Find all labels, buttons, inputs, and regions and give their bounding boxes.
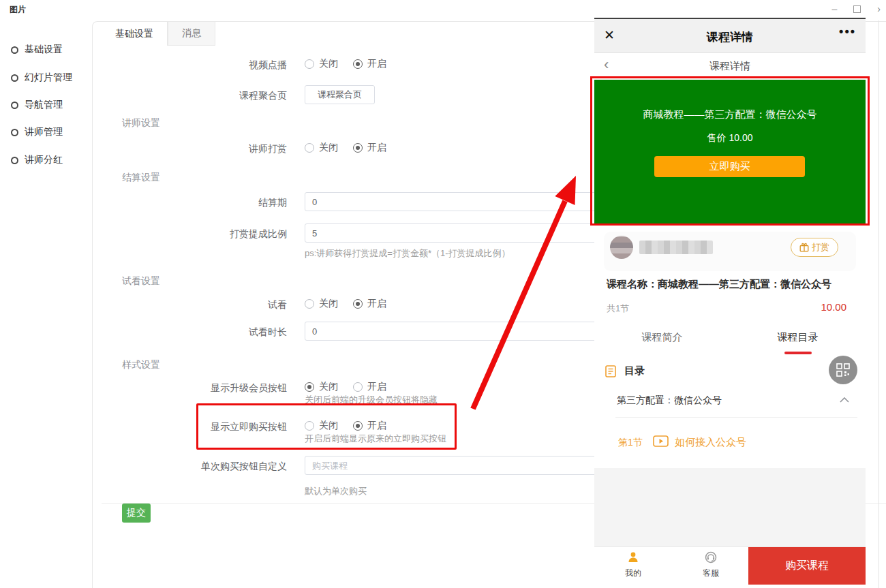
buy-course-button[interactable]: 购买课程 [748,547,866,585]
catalog-header: 目录 [605,365,645,377]
lecturer-section-title: 讲师设置 [122,117,160,129]
phone-navbar: ‹ 课程详情 [594,53,866,78]
document-icon [605,365,616,377]
radio-icon [353,382,363,392]
lesson-row[interactable]: 第1节 如何接入公众号 [594,434,866,453]
tabbar-item-service[interactable]: 客服 [687,551,735,579]
app-window: 图片 – › 基础设置 幻灯片管理 导航管理 讲师管理 讲师分红 [0,0,886,588]
course-detail-tabs: 课程简介 课程目录 [594,326,866,352]
sidebar-item-label: 导航管理 [25,99,63,111]
maximize-icon[interactable] [853,5,861,13]
lecturer-card: 打赏 [604,232,856,271]
reward-ratio-label: 打赏提成比例 [93,228,287,241]
phone-preview: ✕ 课程详情 ••• ‹ 课程详情 商城教程——第三方配置：微信公众号 售价 1… [594,18,866,584]
gift-icon [799,243,809,252]
window-titlebar: 图片 – › [0,0,886,18]
aggregation-page-button[interactable]: 课程聚合页 [305,85,375,104]
video-on-demand-radio-group: 关闭 开启 [305,58,401,70]
sections-count: 共1节 [607,303,629,315]
qr-code-icon [836,363,850,377]
phone-tabbar: 我的 客服 购买课程 [594,546,866,584]
lesson-number: 第1节 [618,437,643,449]
course-name-line: 课程名称：商城教程——第三方配置：微信公众号 [607,278,856,291]
radio-checked-icon [353,421,363,431]
minimize-icon[interactable]: – [832,0,838,18]
radio-off-option[interactable]: 关闭 [305,420,338,432]
trial-duration-label: 试看时长 [93,326,287,339]
banner-price: 售价 10.00 [594,132,866,144]
chapter-title: 第三方配置：微信公众号 [617,394,722,407]
show-upgrade-note: 关闭后前端的升级会员按钮将隐藏 [305,394,438,406]
person-icon [627,551,639,563]
banner-course-title: 商城教程——第三方配置：微信公众号 [594,108,866,121]
circle-icon [11,157,18,164]
radio-off-option[interactable]: 关闭 [305,142,338,154]
trial-label: 试看 [93,299,287,311]
tabbar-item-mine[interactable]: 我的 [609,551,657,579]
tab-message[interactable]: 消息 [168,22,215,46]
trial-section-title: 试看设置 [122,275,160,288]
sidebar-item-basic-settings[interactable]: 基础设置 [11,44,63,56]
radio-on-option[interactable]: 开启 [353,298,386,310]
circle-icon [11,46,18,54]
sidebar-item-lecturer-manage[interactable]: 讲师管理 [11,126,63,138]
radio-checked-icon [353,299,363,309]
circle-icon [11,74,18,82]
single-buy-note: 默认为单次购买 [305,485,367,497]
tab-course-intro[interactable]: 课程简介 [594,326,730,352]
settings-tabs: 基础设置 消息 [102,22,215,46]
lecturer-name-blurred [639,241,713,254]
radio-icon [305,299,314,309]
more-icon[interactable]: ••• [839,25,856,39]
radio-on-option[interactable]: 开启 [353,58,386,70]
circle-icon [11,102,18,109]
show-buynow-note: 开启后前端显示原来的立即购买按钮 [305,433,446,445]
chevron-up-icon[interactable] [840,397,849,403]
sidebar: 基础设置 幻灯片管理 导航管理 讲师管理 讲师分红 [0,18,92,588]
qr-code-button[interactable] [829,356,857,384]
sidebar-item-label: 讲师管理 [25,126,63,138]
settlement-section-title: 结算设置 [122,172,160,184]
window-edge-divider [879,20,879,588]
sidebar-item-label: 幻灯片管理 [25,72,72,84]
single-buy-custom-label: 单次购买按钮自定义 [93,461,287,473]
sidebar-item-navigation[interactable]: 导航管理 [11,99,63,111]
radio-icon [305,143,314,153]
circle-icon [11,129,18,136]
radio-off-option[interactable]: 关闭 [305,58,338,70]
radio-off-option[interactable]: 关闭 [305,298,338,310]
avatar [610,236,633,259]
buy-now-button[interactable]: 立即购买 [654,156,805,177]
video-play-icon [653,435,669,447]
radio-checked-icon [353,59,363,69]
lesson-title: 如何接入公众号 [675,436,746,449]
aggregation-page-control: 课程聚合页 [305,85,375,104]
sidebar-item-slides[interactable]: 幻灯片管理 [11,72,72,84]
chapter-row[interactable]: 第三方配置：微信公众号 [594,392,866,414]
chevron-right-icon[interactable]: › [877,0,881,18]
show-upgrade-radio-group: 关闭 开启 [305,381,401,393]
radio-off-option[interactable]: 关闭 [305,381,338,393]
catalog-title: 目录 [624,365,645,377]
video-on-demand-label: 视频点播 [93,59,287,72]
sidebar-item-label: 讲师分红 [25,154,63,166]
radio-icon [305,59,314,69]
aggregation-page-label: 课程聚合页 [93,90,287,102]
tabbar-label: 客服 [687,568,735,579]
submit-button[interactable]: 提交 [122,504,151,523]
radio-on-option[interactable]: 开启 [353,142,386,154]
radio-checked-icon [353,143,363,153]
radio-on-option[interactable]: 开启 [353,381,386,393]
tab-course-catalog[interactable]: 课程目录 [730,326,866,352]
radio-on-option[interactable]: 开启 [353,420,386,432]
sidebar-item-label: 基础设置 [25,44,63,56]
reward-button[interactable]: 打赏 [791,238,838,257]
show-buynow-radio-group: 关闭 开启 [305,420,401,432]
sidebar-item-lecturer-dividend[interactable]: 讲师分红 [11,154,63,166]
tab-basic-settings[interactable]: 基础设置 [102,22,168,46]
chapter-divider [615,417,857,418]
trial-radio-group: 关闭 开启 [305,298,401,310]
lecturer-reward-label: 讲师打赏 [93,143,287,155]
lecturer-reward-radio-group: 关闭 开启 [305,142,401,154]
tabbar-label: 我的 [609,568,657,579]
